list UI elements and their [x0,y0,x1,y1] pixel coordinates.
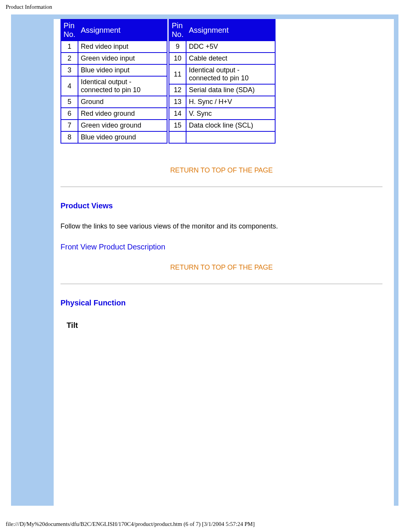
pin-assignment: Blue video input [78,65,167,76]
pin-number: 9 [169,41,186,52]
pin-table-left: Pin No. Assignment 1Red video input2Gree… [61,19,167,144]
table-row: 9DDC +5V [169,41,275,52]
pin-assignment: Ground [78,96,167,107]
table-row: 13H. Sync / H+V [169,96,275,107]
table-row: 8Blue video ground [61,132,167,143]
pin-number: 13 [169,96,186,107]
page-header-title: Product Information [0,0,411,10]
subheading-tilt: Tilt [67,321,382,330]
pin-assignment: Identical output - connected to pin 10 [78,77,167,96]
pin-assignment: H. Sync / H+V [186,96,275,107]
return-to-top-link[interactable]: RETURN TO TOP OF THE PAGE [61,264,382,272]
pin-number: 7 [61,120,78,131]
pin-assignment: Red video input [78,41,167,52]
pin-assignment: Cable detect [186,53,275,64]
table-row: 7Green video ground [61,120,167,131]
pin-number: 10 [169,53,186,64]
pin-number: 15 [169,120,186,131]
table-row: 6Red video ground [61,108,167,119]
col-header-assign: Assignment [78,20,167,40]
pin-assignment: Red video ground [78,108,167,119]
pin-number: 2 [61,53,78,64]
pin-number: 5 [61,96,78,107]
divider [61,284,382,284]
pin-assignment: Green video input [78,53,167,64]
pin-number: 1 [61,41,78,52]
return-to-top-link[interactable]: RETURN TO TOP OF THE PAGE [61,166,382,174]
table-row: 5Ground [61,96,167,107]
table-row: 2Green video input [61,53,167,64]
pin-assignment: Green video ground [78,120,167,131]
table-row: 3Blue video input [61,65,167,76]
table-row: 12Serial data line (SDA) [169,85,275,96]
pin-table-right: Pin No. Assignment 9DDC +5V10Cable detec… [169,19,276,144]
pin-number: 6 [61,108,78,119]
pin-assignment: DDC +5V [186,41,275,52]
empty-cell [186,132,275,143]
col-header-pin: Pin No. [169,20,186,40]
footer-path: file:///D|/My%20documents/dfu/B2C/ENGLIS… [6,521,255,527]
link-front-view[interactable]: Front View Product Description [61,243,165,251]
pin-number: 4 [61,77,78,96]
table-row: 14V. Sync [169,108,275,119]
pin-assignment: V. Sync [186,108,275,119]
table-row: 4Identical output - connected to pin 10 [61,77,167,96]
pin-number: 12 [169,85,186,96]
table-row: 11Identical output - connected to pin 10 [169,65,275,84]
table-row [169,132,275,143]
empty-cell [169,132,186,143]
table-row: 10Cable detect [169,53,275,64]
pin-assignment: Serial data line (SDA) [186,85,275,96]
heading-product-views: Product Views [61,201,382,210]
pin-number: 3 [61,65,78,76]
pin-assignment: Data clock line (SCL) [186,120,275,131]
product-views-body: Follow the links to see various views of… [61,222,382,230]
divider [61,187,382,187]
pin-number: 14 [169,108,186,119]
pin-tables: Pin No. Assignment 1Red video input2Gree… [61,19,382,144]
table-row: 1Red video input [61,41,167,52]
pin-number: 8 [61,132,78,143]
outer-frame: Pin No. Assignment 1Red video input2Gree… [11,14,398,506]
col-header-assign: Assignment [186,20,275,40]
heading-physical-function: Physical Function [61,299,382,307]
content-panel: Pin No. Assignment 1Red video input2Gree… [54,19,394,506]
pin-number: 11 [169,65,186,84]
pin-assignment: Identical output - connected to pin 10 [186,65,275,84]
col-header-pin: Pin No. [61,20,78,40]
table-row: 15Data clock line (SCL) [169,120,275,131]
pin-assignment: Blue video ground [78,132,167,143]
